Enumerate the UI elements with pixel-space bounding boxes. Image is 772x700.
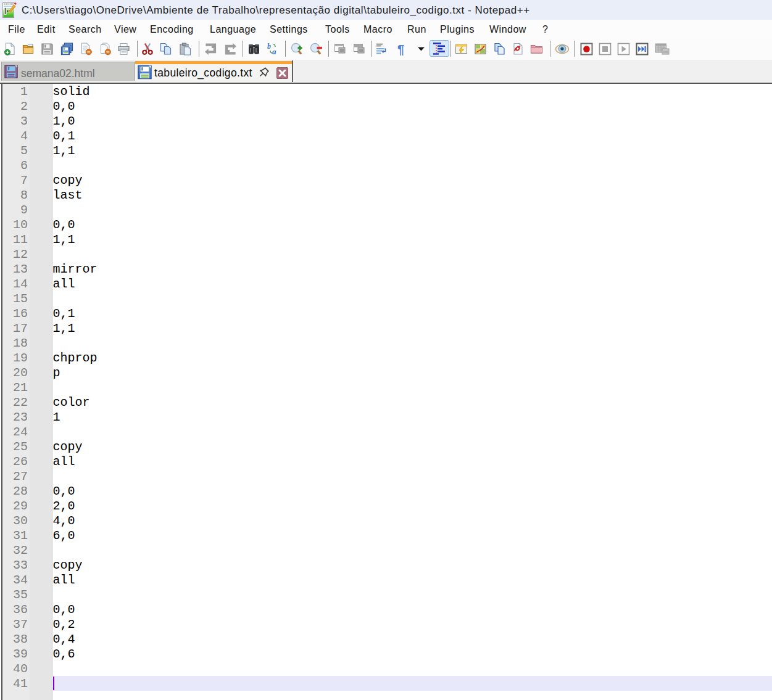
svg-text:¶: ¶ <box>397 43 404 56</box>
svg-text:a: a <box>272 47 276 56</box>
svg-text:b: b <box>267 43 271 51</box>
